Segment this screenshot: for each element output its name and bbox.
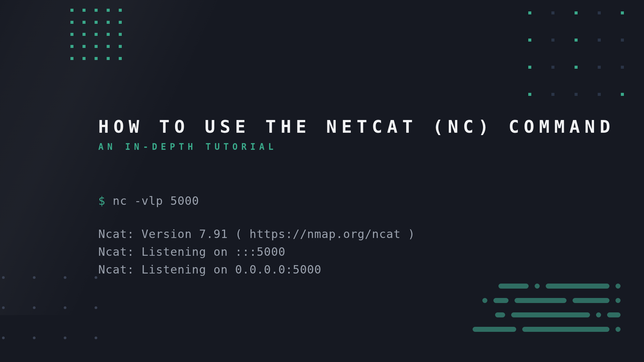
decor-grid-top-right [528,11,624,96]
page-title: HOW TO USE THE NETCAT (NC) COMMAND [98,117,577,136]
decor-dot-row [2,337,97,339]
decor-dot-row [2,306,97,309]
content-block: HOW TO USE THE NETCAT (NC) COMMAND AN IN… [98,117,577,279]
terminal-output-line: Ncat: Version 7.91 ( https://nmap.org/nc… [98,225,577,243]
terminal-block: $ nc -vlp 5000 Ncat: Version 7.91 ( http… [98,192,577,279]
decor-capsules [473,284,621,332]
terminal-output-line: Ncat: Listening on :::5000 [98,243,577,261]
prompt-symbol: $ [98,194,105,207]
terminal-command: nc -vlp 5000 [113,194,199,207]
terminal-output-line: Ncat: Listening on 0.0.0.0:5000 [98,261,577,279]
decor-grid-top-left [70,9,122,60]
poster-canvas: HOW TO USE THE NETCAT (NC) COMMAND AN IN… [0,0,644,362]
terminal-command-line: $ nc -vlp 5000 [98,192,577,210]
decor-dot-row [2,276,97,279]
page-subtitle: AN IN-DEPTH TUTORIAL [98,142,577,152]
